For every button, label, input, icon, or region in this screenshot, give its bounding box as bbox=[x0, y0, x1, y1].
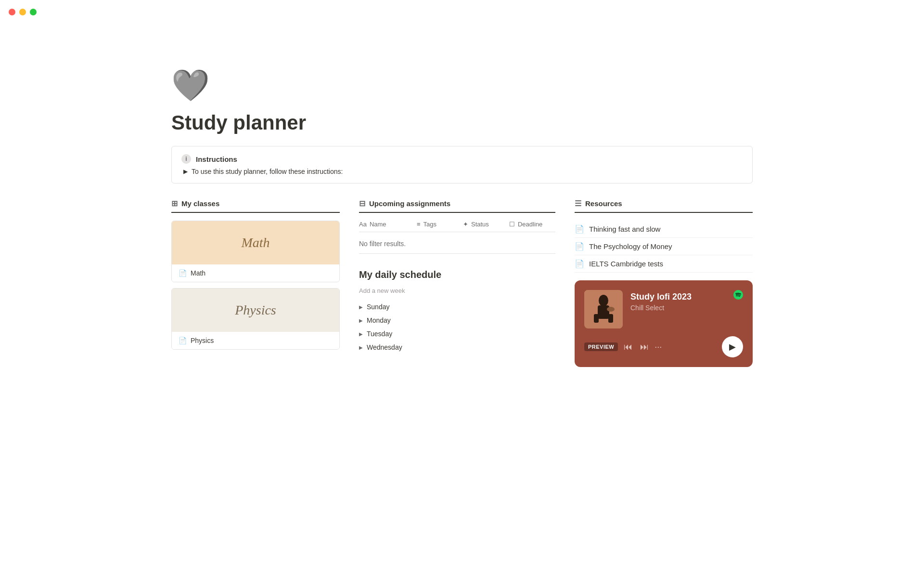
callout-header: i Instructions bbox=[181, 154, 743, 164]
monday-arrow: ▶ bbox=[359, 318, 363, 323]
col-status-label: Status bbox=[471, 221, 489, 228]
resource-doc-icon-2: 📄 bbox=[575, 259, 584, 268]
spotify-widget: Study lofi 2023 Chill Select PREVIEW ⏮ ⏭… bbox=[575, 280, 753, 367]
col-status: ✦ Status bbox=[463, 221, 509, 228]
col-deadline-label: Deadline bbox=[518, 221, 542, 228]
no-filter-text: No filter results. bbox=[359, 234, 555, 254]
spotify-artist: Chill Select bbox=[630, 304, 743, 312]
resources-title: Resources bbox=[585, 199, 622, 208]
col-name: Aa Name bbox=[359, 221, 417, 228]
spotify-controls: PREVIEW ⏮ ⏭ ··· ▶ bbox=[584, 336, 743, 357]
resource-item-2[interactable]: 📄 IELTS Cambridge tests bbox=[575, 255, 753, 273]
my-classes-icon: ⊞ bbox=[171, 199, 178, 208]
spotify-play-button[interactable]: ▶ bbox=[722, 336, 743, 357]
spotify-next-button[interactable]: ⏭ bbox=[638, 340, 651, 354]
resources-section: ☰ Resources 📄 Thinking fast and slow 📄 T… bbox=[575, 199, 753, 273]
instructions-callout: i Instructions ▶ To use this study plann… bbox=[171, 146, 753, 184]
resource-label-1: The Psychology of Money bbox=[589, 242, 672, 250]
col-name-icon: Aa bbox=[359, 221, 367, 228]
page-title: Study planner bbox=[171, 111, 753, 134]
math-class-card[interactable]: Math 📄 Math bbox=[171, 221, 340, 282]
callout-text: To use this study planner, follow these … bbox=[192, 168, 343, 175]
sunday-label: Sunday bbox=[367, 303, 389, 311]
close-button[interactable] bbox=[9, 9, 15, 15]
spotify-logo bbox=[733, 290, 743, 302]
monday-label: Monday bbox=[367, 316, 391, 324]
resources-column: ☰ Resources 📄 Thinking fast and slow 📄 T… bbox=[575, 199, 753, 367]
resources-icon: ☰ bbox=[575, 199, 581, 208]
schedule-wednesday[interactable]: ▶ Wednesday bbox=[359, 341, 555, 354]
svg-rect-4 bbox=[594, 314, 599, 323]
svg-rect-2 bbox=[598, 305, 609, 319]
my-classes-header: ⊞ My classes bbox=[171, 199, 340, 213]
callout-toggle[interactable]: ▶ bbox=[183, 168, 188, 175]
sunday-arrow: ▶ bbox=[359, 304, 363, 310]
wednesday-arrow: ▶ bbox=[359, 345, 363, 350]
spotify-preview-badge: PREVIEW bbox=[584, 342, 618, 351]
math-doc-icon: 📄 bbox=[179, 269, 187, 277]
assignments-column: ⊟ Upcoming assignments Aa Name ≡ Tags ✦ … bbox=[359, 199, 555, 367]
info-icon: i bbox=[181, 154, 191, 164]
svg-point-3 bbox=[607, 307, 615, 312]
schedule-tuesday[interactable]: ▶ Tuesday bbox=[359, 327, 555, 341]
spotify-prev-button[interactable]: ⏮ bbox=[622, 340, 634, 354]
add-week-button[interactable]: Add a new week bbox=[359, 285, 555, 296]
resource-doc-icon-0: 📄 bbox=[575, 224, 584, 234]
assignments-title: Upcoming assignments bbox=[369, 199, 450, 208]
physics-banner-label: Physics bbox=[235, 302, 276, 318]
my-classes-title: My classes bbox=[181, 199, 219, 208]
col-status-icon: ✦ bbox=[463, 221, 468, 228]
my-classes-column: ⊞ My classes Math 📄 Math Physics � bbox=[171, 199, 340, 367]
spotify-track: Study lofi 2023 bbox=[630, 292, 743, 302]
page-icon: 🩶 bbox=[171, 67, 753, 104]
tuesday-label: Tuesday bbox=[367, 330, 392, 338]
col-deadline: ☐ Deadline bbox=[509, 221, 555, 228]
daily-schedule-title: My daily schedule bbox=[359, 269, 555, 280]
math-banner: Math bbox=[172, 221, 339, 264]
col-deadline-icon: ☐ bbox=[509, 221, 515, 228]
math-footer: 📄 Math bbox=[172, 264, 339, 282]
page-content: 🩶 Study planner i Instructions ▶ To use … bbox=[125, 0, 799, 396]
resource-label-2: IELTS Cambridge tests bbox=[589, 260, 663, 268]
schedule-monday[interactable]: ▶ Monday bbox=[359, 314, 555, 327]
math-label: Math bbox=[191, 269, 205, 277]
resources-header: ☰ Resources bbox=[575, 199, 753, 213]
callout-body: ▶ To use this study planner, follow thes… bbox=[181, 168, 743, 175]
physics-banner: Physics bbox=[172, 289, 339, 332]
spotify-info: Study lofi 2023 Chill Select bbox=[630, 290, 743, 312]
col-tags: ≡ Tags bbox=[417, 221, 463, 228]
spotify-album-art bbox=[584, 290, 623, 328]
spotify-left-controls: PREVIEW ⏮ ⏭ ··· bbox=[584, 340, 662, 354]
resource-doc-icon-1: 📄 bbox=[575, 242, 584, 251]
spotify-more-button[interactable]: ··· bbox=[654, 342, 662, 352]
resource-label-0: Thinking fast and slow bbox=[589, 225, 660, 233]
minimize-button[interactable] bbox=[19, 9, 26, 15]
assignments-table-header: Aa Name ≡ Tags ✦ Status ☐ Deadline bbox=[359, 221, 555, 232]
physics-label: Physics bbox=[191, 337, 214, 344]
resource-item-1[interactable]: 📄 The Psychology of Money bbox=[575, 238, 753, 255]
tuesday-arrow: ▶ bbox=[359, 331, 363, 337]
spotify-album-art-image bbox=[584, 290, 623, 328]
resource-item-0[interactable]: 📄 Thinking fast and slow bbox=[575, 221, 753, 238]
physics-footer: 📄 Physics bbox=[172, 332, 339, 349]
traffic-lights bbox=[9, 9, 37, 15]
wednesday-label: Wednesday bbox=[367, 343, 402, 351]
col-tags-icon: ≡ bbox=[417, 221, 421, 228]
math-banner-label: Math bbox=[241, 235, 270, 250]
schedule-sunday[interactable]: ▶ Sunday bbox=[359, 300, 555, 314]
spotify-top: Study lofi 2023 Chill Select bbox=[584, 290, 743, 328]
maximize-button[interactable] bbox=[30, 9, 37, 15]
physics-class-card[interactable]: Physics 📄 Physics bbox=[171, 288, 340, 350]
daily-schedule-section: My daily schedule Add a new week ▶ Sunda… bbox=[359, 269, 555, 354]
svg-point-1 bbox=[599, 295, 608, 306]
assignments-icon: ⊟ bbox=[359, 199, 365, 208]
callout-title: Instructions bbox=[196, 155, 237, 163]
col-tags-label: Tags bbox=[424, 221, 436, 228]
album-art-svg bbox=[584, 290, 623, 328]
page-header: 🩶 Study planner i Instructions ▶ To use … bbox=[171, 29, 753, 184]
three-col-layout: ⊞ My classes Math 📄 Math Physics � bbox=[171, 199, 753, 367]
col-name-label: Name bbox=[370, 221, 386, 228]
upcoming-assignments-section: ⊟ Upcoming assignments Aa Name ≡ Tags ✦ … bbox=[359, 199, 555, 254]
assignments-header: ⊟ Upcoming assignments bbox=[359, 199, 555, 213]
svg-rect-5 bbox=[608, 314, 613, 323]
